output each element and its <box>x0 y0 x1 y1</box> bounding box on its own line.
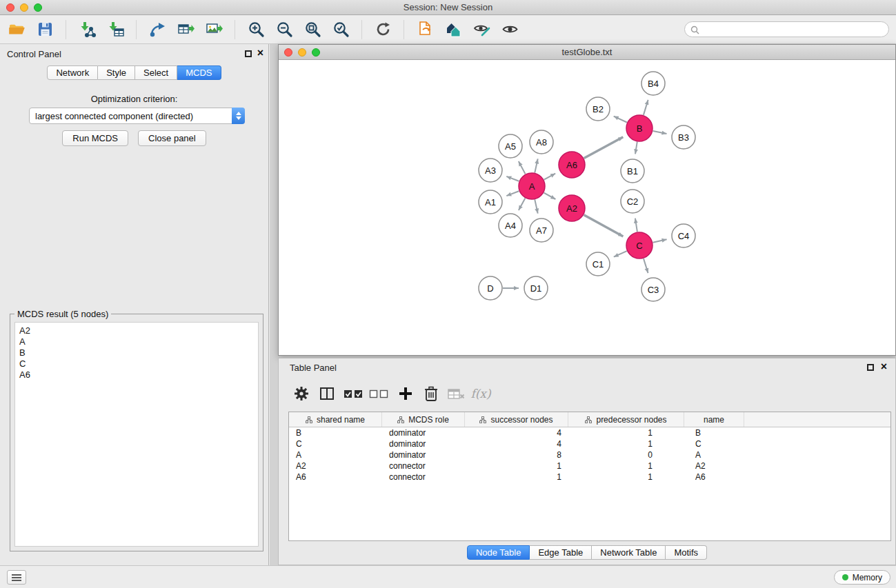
column-header-shared-name[interactable]: shared name <box>289 412 382 427</box>
graph-node-B1[interactable]: B1 <box>621 159 644 183</box>
graph-node-D1[interactable]: D1 <box>524 276 548 300</box>
delete-column-button[interactable] <box>419 383 443 405</box>
graph-node-D[interactable]: D <box>479 276 502 300</box>
graph-node-C2[interactable]: C2 <box>621 190 644 213</box>
app-minimize-button[interactable] <box>20 3 28 12</box>
table-row[interactable]: A dominator 8 0 A <box>289 449 890 460</box>
mcds-result-list[interactable]: A2 A B C A6 <box>14 322 259 547</box>
document-button[interactable] <box>414 19 436 41</box>
mcds-result-item[interactable]: C <box>19 358 254 369</box>
tab-mcds[interactable]: MCDS <box>177 65 221 80</box>
graph-edge-B-B2[interactable] <box>614 116 627 123</box>
save-session-button[interactable] <box>34 19 56 41</box>
graph-edge-A-A7[interactable] <box>535 200 537 214</box>
graph-node-C3[interactable]: C3 <box>641 278 665 301</box>
graph-edge-A-A3[interactable] <box>506 176 519 181</box>
table-row[interactable]: C dominator 4 1 C <box>289 438 890 449</box>
float-table-panel-icon[interactable] <box>867 364 874 371</box>
zoom-selected-button[interactable] <box>330 19 352 41</box>
search-input[interactable] <box>684 21 889 37</box>
graph-node-A7[interactable]: A7 <box>530 219 553 242</box>
app-zoom-button[interactable] <box>34 3 42 12</box>
graph-edge-A-A2[interactable] <box>544 193 556 199</box>
refresh-view-button[interactable] <box>372 19 394 41</box>
table-settings-button[interactable] <box>290 383 313 405</box>
delete-table-button[interactable] <box>444 383 468 405</box>
graph-edge-A6-B[interactable] <box>584 137 624 159</box>
graph-edge-A-A8[interactable] <box>535 159 537 172</box>
graph-edge-C-C1[interactable] <box>614 251 627 257</box>
graph-edge-C-C3[interactable] <box>644 258 648 273</box>
home-button[interactable] <box>442 19 464 41</box>
node-table[interactable]: shared name MCDS role successor nodes pr… <box>288 412 891 541</box>
table-row[interactable]: B dominator 4 1 B <box>289 427 890 438</box>
graph-node-A1[interactable]: A1 <box>479 190 502 214</box>
deselect-all-columns-button[interactable] <box>367 383 390 405</box>
zoom-out-button[interactable] <box>273 19 295 41</box>
graph-node-B4[interactable]: B4 <box>641 72 665 95</box>
table-row[interactable]: A6 connector 1 1 A6 <box>289 472 890 483</box>
export-image-button[interactable] <box>203 19 225 41</box>
float-panel-icon[interactable] <box>245 50 252 57</box>
tab-network[interactable]: Network <box>47 65 98 80</box>
open-session-button[interactable] <box>6 19 28 41</box>
close-table-panel-icon[interactable]: × <box>881 363 887 371</box>
column-header-successor-nodes[interactable]: successor nodes <box>465 412 568 427</box>
graph-node-A4[interactable]: A4 <box>499 214 522 237</box>
graph-node-C4[interactable]: C4 <box>672 224 695 247</box>
graph-edge-B-B4[interactable] <box>644 100 648 115</box>
graph-edge-A-A1[interactable] <box>506 191 519 196</box>
column-header-mcds-role[interactable]: MCDS role <box>382 412 465 427</box>
network-window-minimize-button[interactable] <box>298 48 306 57</box>
select-all-columns-button[interactable] <box>341 383 365 405</box>
zoom-fit-button[interactable] <box>301 19 323 41</box>
import-table-button[interactable] <box>104 19 126 41</box>
mcds-result-item[interactable]: A6 <box>19 369 254 381</box>
network-window-zoom-button[interactable] <box>312 48 320 57</box>
memory-button[interactable]: Memory <box>834 570 890 585</box>
graph-node-A8[interactable]: A8 <box>530 130 553 154</box>
tab-style[interactable]: Style <box>98 65 135 80</box>
create-column-button[interactable] <box>394 383 417 405</box>
network-graph[interactable]: B4B2BB3A5A8A6A3B1AC2A1A2A4A7C4CC1C3DD1 <box>279 60 895 355</box>
network-window-titlebar[interactable]: testGlobe.txt <box>279 45 895 60</box>
zoom-in-button[interactable] <box>245 19 267 41</box>
graph-node-B2[interactable]: B2 <box>586 97 610 121</box>
graph-edge-A-A6[interactable] <box>544 174 556 180</box>
graph-node-C[interactable]: C <box>626 232 653 258</box>
show-hide-button[interactable] <box>499 19 521 41</box>
mcds-result-item[interactable]: B <box>19 347 254 358</box>
tab-node-table[interactable]: Node Table <box>467 545 530 560</box>
graph-node-C1[interactable]: C1 <box>586 252 610 276</box>
column-header-predecessor-nodes[interactable]: predecessor nodes <box>568 412 684 427</box>
app-close-button[interactable] <box>6 3 14 12</box>
graph-node-B[interactable]: B <box>626 115 653 141</box>
graph-node-A6[interactable]: A6 <box>559 152 585 178</box>
mcds-result-item[interactable]: A2 <box>19 325 254 336</box>
network-window-close-button[interactable] <box>284 48 292 57</box>
graph-edge-B-B1[interactable] <box>635 142 637 154</box>
table-row[interactable]: A2 connector 1 1 A2 <box>289 460 890 472</box>
graph-edge-A-A5[interactable] <box>519 161 526 174</box>
close-panel-button[interactable]: Close panel <box>138 130 206 146</box>
tab-network-table[interactable]: Network Table <box>592 545 666 560</box>
graph-node-A[interactable]: A <box>519 173 545 199</box>
run-mcds-button[interactable]: Run MCDS <box>62 130 128 146</box>
column-header-name[interactable]: name <box>684 412 744 427</box>
close-panel-icon[interactable]: × <box>257 49 263 57</box>
tab-select[interactable]: Select <box>135 65 177 80</box>
graph-node-A2[interactable]: A2 <box>559 195 585 221</box>
export-network-button[interactable] <box>146 19 168 41</box>
task-history-button[interactable] <box>7 570 26 585</box>
tab-edge-table[interactable]: Edge Table <box>530 545 592 560</box>
graph-edge-C-C2[interactable] <box>635 219 637 232</box>
tab-motifs[interactable]: Motifs <box>666 545 707 560</box>
function-builder-button[interactable]: f(x) <box>469 383 492 405</box>
mcds-result-item[interactable]: A <box>19 336 254 347</box>
show-columns-button[interactable] <box>315 383 339 405</box>
graph-edge-A-A4[interactable] <box>519 199 526 210</box>
graph-edge-A2-C[interactable] <box>584 215 624 236</box>
optimization-dropdown[interactable]: largest connected component (directed) <box>29 108 245 124</box>
import-network-button[interactable] <box>76 19 98 41</box>
graph-node-B3[interactable]: B3 <box>672 125 695 149</box>
